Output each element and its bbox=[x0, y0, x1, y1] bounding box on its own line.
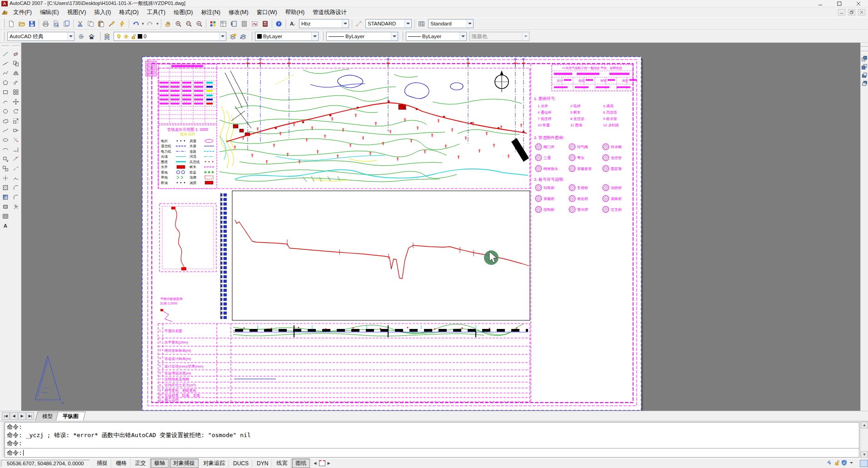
revision-cloud-button[interactable] bbox=[0, 116, 10, 125]
arc-button[interactable] bbox=[0, 97, 10, 106]
toolbar-grip[interactable] bbox=[250, 32, 252, 41]
command-input-line[interactable]: 命令: bbox=[5, 448, 859, 457]
dim-style-manager-button[interactable] bbox=[354, 19, 364, 29]
text-style-select[interactable]: Hbz bbox=[299, 19, 349, 28]
table-style-manager-button[interactable] bbox=[416, 19, 427, 29]
last-tab-button[interactable]: ▶| bbox=[26, 412, 34, 420]
menu-item-修改M[interactable]: 修改(M) bbox=[224, 8, 253, 17]
line-button[interactable] bbox=[0, 49, 10, 59]
drawing-area[interactable]: 管线走向示意图 1: 2000 图例 说明 电杆房屋通信线水渠电力线道路光缆河流… bbox=[21, 43, 860, 411]
toggle-图纸[interactable]: 图纸 bbox=[292, 458, 310, 468]
toolbar-grip[interactable] bbox=[2, 32, 5, 41]
prev-tab-button[interactable]: ◀ bbox=[10, 412, 18, 420]
plot-button[interactable] bbox=[40, 19, 51, 29]
toggle-极轴[interactable]: 极轴 bbox=[150, 458, 169, 468]
region-button[interactable] bbox=[0, 202, 10, 211]
toolbar-grip[interactable] bbox=[2, 19, 5, 28]
draworder-bring-front-button[interactable] bbox=[861, 55, 868, 63]
maximize-button[interactable] bbox=[830, 0, 849, 7]
scroll-down-button[interactable]: ▼ bbox=[861, 451, 868, 458]
toggle-捕捉[interactable]: 捕捉 bbox=[93, 458, 111, 468]
toggle-对象捕捉[interactable]: 对象捕捉 bbox=[170, 458, 199, 468]
toolbar-grip[interactable] bbox=[861, 46, 868, 48]
next-tab-button[interactable]: ▶ bbox=[18, 412, 26, 420]
chevron-down-icon[interactable] bbox=[219, 32, 226, 40]
make-block-button[interactable] bbox=[0, 164, 10, 173]
command-window-grip[interactable] bbox=[0, 423, 4, 457]
stretch-button[interactable] bbox=[11, 125, 20, 135]
tab-平纵图[interactable]: 平纵图 bbox=[56, 412, 85, 421]
zoom-window-button[interactable] bbox=[184, 19, 194, 29]
redo-button[interactable] bbox=[145, 19, 155, 29]
join-button[interactable] bbox=[11, 173, 20, 183]
layer-states-button[interactable] bbox=[228, 31, 238, 42]
chamfer-button[interactable] bbox=[11, 183, 20, 192]
draworder-send-under-button[interactable] bbox=[861, 79, 868, 87]
open-button[interactable] bbox=[16, 19, 27, 29]
doc-minimize-button[interactable] bbox=[838, 9, 845, 15]
unlock-icon[interactable] bbox=[130, 34, 136, 40]
toggle-DUCS[interactable]: DUCS bbox=[229, 459, 252, 468]
menu-item-格式O[interactable]: 格式(O) bbox=[115, 8, 143, 17]
drawing-canvas[interactable]: 管线走向示意图 1: 2000 图例 说明 电杆房屋通信线水渠电力线道路光缆河流… bbox=[21, 43, 860, 411]
menu-item-插入I[interactable]: 插入(I) bbox=[90, 8, 115, 17]
color-select[interactable]: ByLayer bbox=[255, 32, 319, 41]
plot-preview-button[interactable] bbox=[51, 19, 61, 29]
menu-item-窗口W[interactable]: 窗口(W) bbox=[253, 8, 281, 17]
point-button[interactable] bbox=[0, 173, 10, 183]
next-layout-icon[interactable]: ▶ bbox=[326, 461, 332, 466]
toggle-线宽[interactable]: 线宽 bbox=[273, 458, 291, 468]
scroll-up-button[interactable]: ▲ bbox=[861, 422, 868, 428]
minimize-button[interactable] bbox=[811, 0, 830, 7]
redo-dropdown-caret[interactable]: ▼ bbox=[155, 22, 160, 26]
scale-button[interactable] bbox=[11, 116, 20, 125]
chevron-down-icon[interactable] bbox=[67, 32, 74, 40]
pan-button[interactable] bbox=[163, 19, 173, 29]
menu-item-帮助H[interactable]: 帮助(H) bbox=[281, 8, 309, 17]
draworder-send-back-button[interactable] bbox=[861, 63, 868, 71]
menu-item-绘图D[interactable]: 绘图(D) bbox=[170, 8, 197, 17]
construction-line-button[interactable] bbox=[0, 59, 10, 68]
menu-item-视图V[interactable]: 视图(V) bbox=[63, 8, 90, 17]
sun-icon[interactable] bbox=[123, 34, 129, 40]
save-button[interactable] bbox=[27, 19, 37, 29]
lineweight-select[interactable]: ByLayer bbox=[406, 32, 467, 41]
first-tab-button[interactable]: |◀ bbox=[2, 412, 10, 420]
doc-restore-button[interactable] bbox=[848, 9, 855, 15]
offset-button[interactable] bbox=[11, 78, 20, 87]
chevron-down-icon[interactable] bbox=[459, 32, 466, 40]
menu-item-文件F[interactable]: 文件(F) bbox=[9, 8, 36, 17]
ellipse-arc-button[interactable] bbox=[0, 144, 10, 154]
close-button[interactable] bbox=[849, 0, 868, 7]
move-button[interactable] bbox=[11, 97, 20, 106]
chevron-down-icon[interactable] bbox=[311, 32, 318, 40]
toolbar-grip[interactable] bbox=[12, 45, 20, 47]
menu-item-标注N[interactable]: 标注(N) bbox=[197, 8, 224, 17]
insert-block-button[interactable] bbox=[0, 154, 10, 164]
draworder-bring-above-button[interactable] bbox=[861, 71, 868, 79]
zoom-realtime-button[interactable] bbox=[173, 19, 184, 29]
workspace-select[interactable]: AutoCAD 经典 bbox=[7, 32, 75, 41]
toolbar-grip[interactable] bbox=[861, 51, 868, 53]
table-button[interactable] bbox=[0, 211, 10, 221]
menu-item-工具T[interactable]: 工具(T) bbox=[143, 8, 170, 17]
match-properties-button[interactable] bbox=[106, 19, 117, 29]
publish-button[interactable] bbox=[61, 19, 72, 29]
undo-button[interactable] bbox=[130, 19, 141, 29]
toolbar-grip[interactable] bbox=[401, 32, 403, 41]
chevron-down-icon[interactable] bbox=[391, 32, 398, 40]
sheet-set-button[interactable] bbox=[239, 19, 249, 29]
command-scrollbar[interactable]: ▲ ▼ bbox=[860, 422, 868, 458]
help-button[interactable]: ? bbox=[274, 19, 284, 29]
spline-button[interactable] bbox=[0, 125, 10, 135]
menu-item-管道线路设计[interactable]: 管道线路设计 bbox=[309, 8, 351, 17]
toggle-DYN[interactable]: DYN bbox=[253, 459, 272, 468]
communication-center-button[interactable] bbox=[827, 460, 833, 467]
extend-button[interactable] bbox=[11, 144, 20, 154]
copy-object-button[interactable] bbox=[11, 59, 20, 68]
fillet-button[interactable] bbox=[11, 192, 20, 202]
chevron-down-icon[interactable] bbox=[466, 20, 473, 28]
mirror-button[interactable] bbox=[11, 68, 20, 78]
markup-button[interactable] bbox=[249, 19, 260, 29]
ellipse-button[interactable] bbox=[0, 135, 10, 144]
